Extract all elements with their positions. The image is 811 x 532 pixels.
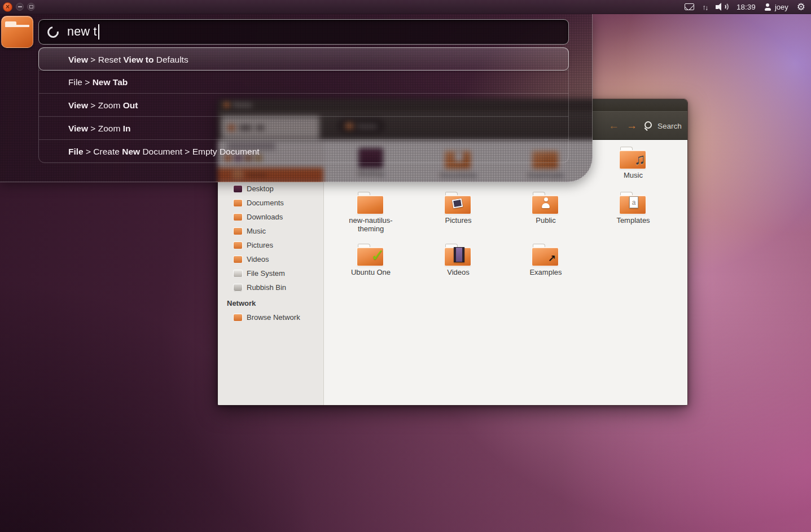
sidebar-item-videos[interactable]: Videos (218, 252, 323, 266)
hud-search-box[interactable]: new t (38, 19, 569, 45)
hud-result-zoom-out[interactable]: View > Zoom Out (39, 93, 568, 116)
maximize-button[interactable] (27, 3, 35, 11)
hud-results-list: View > Reset View to Defaults File > New… (38, 47, 569, 163)
sidebar-item-desktop[interactable]: Desktop (218, 182, 323, 196)
sidebar-item-music[interactable]: Music (218, 224, 323, 238)
pictures-folder-icon (234, 242, 242, 249)
back-button[interactable]: ← (608, 118, 619, 133)
file-label: new-nautilus-theming (339, 217, 402, 234)
files-app-tile[interactable] (1, 16, 33, 48)
sidebar-item-documents[interactable]: Documents (218, 196, 323, 210)
public-folder-icon (532, 191, 559, 215)
close-button[interactable]: × (3, 2, 12, 12)
file-videos[interactable]: Videos (416, 243, 501, 277)
file-public[interactable]: Public (503, 191, 588, 234)
hud-result-new-tab[interactable]: File > New Tab (39, 70, 568, 93)
desktop-icon (234, 186, 242, 192)
pictures-folder-icon (445, 191, 472, 215)
downloads-folder-icon (234, 214, 242, 221)
minimize-button[interactable] (16, 3, 24, 11)
search-label: Search (657, 122, 682, 130)
top-panel: × ↑↓ 18:39 joey ⚙ (0, 0, 811, 14)
hud-result-empty-document[interactable]: File > Create New Document > Empty Docum… (39, 139, 568, 162)
file-label: Videos (447, 269, 470, 277)
sidebar-section-network: Network (218, 296, 323, 310)
videos-folder-icon (234, 256, 242, 263)
examples-folder-icon: ↗ (532, 243, 559, 267)
music-folder-icon (234, 228, 242, 235)
file-new-nautilus-theming[interactable]: new-nautilus-theming (328, 191, 413, 234)
window-controls: × (0, 2, 35, 12)
session-gear-icon[interactable]: ⚙ (797, 2, 805, 12)
sidebar-item-rubbish-bin[interactable]: Rubbish Bin (218, 280, 323, 294)
music-folder-icon: ♫ (620, 146, 647, 170)
file-label: Templates (616, 217, 650, 225)
file-templates[interactable]: a Templates (591, 191, 676, 234)
network-sync-icon[interactable]: ↑↓ (703, 3, 708, 11)
hud-query-text: new t (67, 25, 97, 39)
drive-icon (234, 270, 242, 277)
search-icon (643, 121, 652, 130)
sidebar-item-downloads[interactable]: Downloads (218, 210, 323, 224)
hud-result-zoom-in[interactable]: View > Zoom In (39, 116, 568, 139)
file-label: Public (536, 217, 555, 225)
forward-button[interactable]: → (626, 118, 637, 133)
trash-icon (234, 284, 242, 291)
hud-overlay: new t View > Reset View to Defaults File… (0, 14, 593, 182)
username: joey (775, 3, 788, 11)
file-ubuntu-one[interactable]: ✓ Ubuntu One (328, 243, 413, 277)
file-examples[interactable]: ↗ Examples (503, 243, 588, 277)
search-button[interactable]: Search (643, 118, 682, 133)
documents-folder-icon (234, 200, 242, 206)
network-folder-icon (234, 314, 242, 321)
search-spinner-icon (45, 24, 61, 39)
clock[interactable]: 18:39 (737, 3, 756, 11)
file-label: Examples (529, 269, 562, 277)
templates-folder-icon: a (620, 191, 647, 215)
file-pictures[interactable]: Pictures (416, 191, 501, 234)
user-icon (764, 3, 771, 11)
sidebar-item-pictures[interactable]: Pictures (218, 238, 323, 252)
file-label: Ubuntu One (351, 269, 391, 277)
user-menu[interactable]: joey (764, 3, 788, 11)
sidebar-item-file-system[interactable]: File System (218, 266, 323, 280)
hud-result-reset-view[interactable]: View > Reset View to Defaults (38, 47, 569, 71)
file-label: Music (624, 172, 643, 180)
text-caret (98, 24, 99, 39)
volume-icon[interactable] (716, 3, 728, 11)
videos-folder-icon (445, 243, 472, 267)
ubuntu-one-folder-icon: ✓ (357, 243, 384, 267)
desktop: Home Home ← → Search Home (0, 0, 811, 532)
file-music[interactable]: ♫ Music (591, 146, 676, 180)
sidebar-item-browse-network[interactable]: Browse Network (218, 310, 323, 324)
file-label: Pictures (445, 217, 472, 225)
messaging-menu-icon[interactable] (685, 3, 694, 10)
indicator-area: ↑↓ 18:39 joey ⚙ (685, 2, 811, 12)
folder-icon (357, 191, 384, 215)
